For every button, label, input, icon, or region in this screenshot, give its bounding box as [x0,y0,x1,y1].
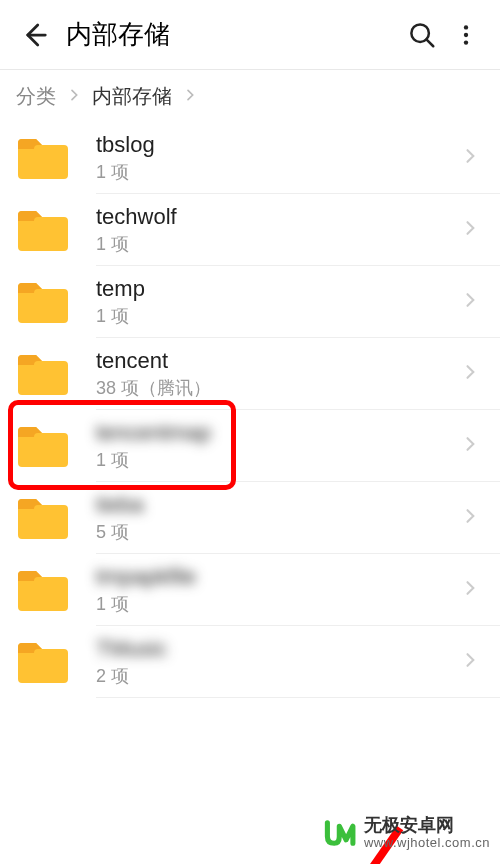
more-icon[interactable] [444,13,488,57]
item-text: tmpapkfile1 项 [96,564,456,616]
folder-icon [16,207,70,253]
item-text: techwolf1 项 [96,204,456,256]
item-count: 1 项 [96,160,456,184]
svg-point-4 [464,32,468,36]
svg-point-3 [464,25,468,29]
folder-list: tbslog1 项techwolf1 项temp1 项tencent38 项（腾… [0,122,500,698]
folder-name: techwolf [96,204,456,230]
list-item[interactable]: tencentmap1 项 [0,410,500,482]
item-count: 38 项（腾讯） [96,376,456,400]
back-icon[interactable] [12,13,56,57]
folder-name: TMusic [96,636,456,662]
item-text: tieba5 项 [96,492,456,544]
folder-name: temp [96,276,456,302]
list-item[interactable]: tieba5 项 [0,482,500,554]
folder-icon [16,423,70,469]
item-text: tencent38 项（腾讯） [96,348,456,400]
search-icon[interactable] [400,13,444,57]
chevron-right-icon [456,506,484,530]
folder-icon [16,495,70,541]
chevron-right-icon [456,434,484,458]
item-count: 1 项 [96,232,456,256]
folder-name: tmpapkfile [96,564,456,590]
svg-point-5 [464,40,468,44]
list-item[interactable]: TMusic2 项 [0,626,500,698]
chevron-right-icon [66,85,82,108]
list-item[interactable]: tbslog1 项 [0,122,500,194]
chevron-right-icon [456,290,484,314]
breadcrumb: 分类 内部存储 [0,70,500,122]
item-text: tencentmap1 项 [96,420,456,472]
chevron-right-icon [456,650,484,674]
chevron-right-icon [182,85,198,108]
folder-icon [16,567,70,613]
item-text: tbslog1 项 [96,132,456,184]
list-item[interactable]: tencent38 项（腾讯） [0,338,500,410]
item-text: temp1 项 [96,276,456,328]
watermark-logo-icon [324,816,358,850]
folder-name: tieba [96,492,456,518]
header-bar: 内部存储 [0,0,500,70]
crumb-root[interactable]: 分类 [16,83,56,110]
folder-icon [16,279,70,325]
item-count: 5 项 [96,520,456,544]
list-item[interactable]: tmpapkfile1 项 [0,554,500,626]
folder-name: tbslog [96,132,456,158]
watermark-title: 无极安卓网 [364,816,490,836]
chevron-right-icon [456,362,484,386]
item-text: TMusic2 项 [96,636,456,688]
item-count: 1 项 [96,448,456,472]
folder-name: tencent [96,348,456,374]
item-count: 1 项 [96,592,456,616]
chevron-right-icon [456,146,484,170]
chevron-right-icon [456,218,484,242]
crumb-current[interactable]: 内部存储 [92,83,172,110]
folder-icon [16,135,70,181]
watermark-url: www.wjhotel.com.cn [364,836,490,850]
svg-line-2 [426,39,433,46]
item-count: 1 项 [96,304,456,328]
watermark: 无极安卓网 www.wjhotel.com.cn [324,816,490,850]
chevron-right-icon [456,578,484,602]
list-item[interactable]: techwolf1 项 [0,194,500,266]
item-count: 2 项 [96,664,456,688]
folder-name: tencentmap [96,420,456,446]
page-title: 内部存储 [66,17,400,52]
folder-icon [16,639,70,685]
folder-icon [16,351,70,397]
list-item[interactable]: temp1 项 [0,266,500,338]
